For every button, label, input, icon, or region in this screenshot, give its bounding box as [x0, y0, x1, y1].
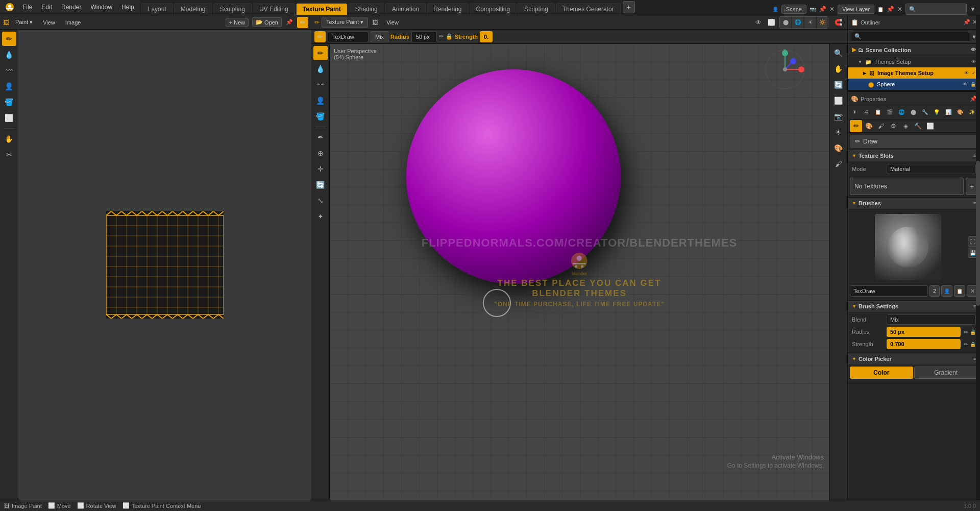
ie-crop-tool[interactable]: ✂ [2, 148, 16, 162]
prop-view-layer-icon[interactable]: 📋 [872, 106, 884, 117]
blend-selector-vp[interactable]: Mix [371, 31, 388, 42]
gradient-btn[interactable]: Gradient [914, 367, 978, 379]
viewport-xray-icon[interactable]: ⬜ [766, 18, 777, 27]
view-layer-selector[interactable]: View Layer [838, 5, 874, 14]
vp-clone-tool[interactable]: 👤 [313, 93, 328, 108]
paint-brushes-icon[interactable]: 🖌 [875, 120, 887, 132]
themes-setup-item[interactable]: ▼ 📁 Themes Setup 👁 [848, 56, 980, 67]
strength-val[interactable]: 0.700 [887, 339, 961, 349]
brushes-header[interactable]: ▼ Brushes ≡ [848, 198, 980, 209]
vp-pan[interactable]: ✋ [831, 62, 846, 76]
mode-value[interactable]: Material [887, 164, 976, 174]
vp-draw-tool[interactable]: ✏ [313, 46, 328, 60]
radius-lock-vp[interactable]: 🔒 [446, 33, 453, 40]
tab-shading[interactable]: Shading [349, 3, 384, 15]
tab-sculpting[interactable]: Sculpting [213, 3, 252, 15]
paint-workspace-icon[interactable]: ⬜ [924, 120, 936, 132]
snap-icon[interactable]: 🧲 [832, 18, 844, 27]
menu-edit[interactable]: Edit [37, 0, 56, 15]
strength-value-vp[interactable]: 0. [480, 31, 493, 42]
vp-paint-icons-2[interactable]: 🖌 [831, 157, 846, 171]
tab-layout[interactable]: Layout [141, 3, 173, 15]
vp-orbit[interactable]: 🔄 [831, 78, 846, 92]
status-image-paint[interactable]: 🖼 Image Paint [4, 503, 42, 509]
viewport-overlay-icon[interactable]: 👁 [753, 18, 764, 27]
tab-scripting[interactable]: Scripting [518, 3, 555, 15]
vp-fill-tool[interactable]: 🪣 [313, 109, 328, 124]
no-textures-slot[interactable]: No Textures [850, 178, 964, 195]
prop-modifier-icon[interactable]: 🔧 [919, 106, 930, 117]
vp3d-main-content[interactable]: User Perspective (54) Sphere [330, 44, 829, 500]
ie-fill-tool[interactable]: 🪣 [2, 95, 16, 109]
material-shade-btn[interactable]: 🌐 [792, 17, 803, 28]
brush-duplicate-icon[interactable]: 📋 [954, 285, 965, 297]
paint-settings-icon[interactable]: ⚙ [888, 120, 899, 132]
vp-scale-tool[interactable]: ⤡ [313, 193, 328, 208]
view-menu[interactable]: View [39, 17, 59, 28]
prop-scene-icon[interactable]: 🎬 [884, 106, 895, 117]
global-search[interactable]: 🔍 [905, 4, 967, 15]
solid-shade-btn[interactable]: ⬤ [780, 17, 791, 28]
vp-frame-all[interactable]: ⬜ [831, 93, 846, 108]
paint-mode-icon[interactable]: ✏ [850, 120, 862, 132]
view-layer-pin[interactable]: 📌 [887, 6, 894, 13]
radius-lock-prop[interactable]: 🔒 [970, 329, 976, 335]
ie-soften-tool[interactable]: 💧 [2, 47, 16, 62]
filter-btn[interactable]: ▼ [970, 6, 976, 13]
view-layer-close[interactable]: ✕ [897, 6, 902, 13]
radius-value-vp[interactable]: 50 px [411, 31, 437, 42]
new-btn[interactable]: + New [226, 18, 249, 27]
scene-selector[interactable]: Scene [781, 5, 806, 14]
prop-object-icon[interactable]: ⬤ [908, 106, 919, 117]
scene-pin[interactable]: 📌 [819, 6, 826, 13]
menu-help[interactable]: Help [117, 0, 138, 15]
strength-lock-prop[interactable]: 🔒 [970, 342, 976, 347]
sphere-eye-icon[interactable]: 👁 [963, 82, 967, 87]
status-context-menu[interactable]: ⬜ Texture Paint Context Menu [122, 502, 201, 509]
eevee-shade-btn[interactable]: 🔆 [817, 17, 828, 28]
tab-uv-editing[interactable]: UV Editing [253, 3, 295, 15]
img-hide-icon[interactable]: ✓ [972, 70, 976, 76]
texture-slots-header[interactable]: ▼ Texture Slots ≡ [848, 150, 980, 161]
blender-logo[interactable] [2, 0, 17, 15]
paint-texslots-icon[interactable]: 🎨 [863, 120, 874, 132]
color-picker-header[interactable]: ▼ Color Picker ≡ [848, 353, 980, 364]
ie-draw-tool[interactable]: ✏ [2, 32, 16, 46]
sphere-item[interactable]: ⬤ Sphere 👁 🔒 [848, 79, 980, 90]
vp-zoom-in[interactable]: 🔍 [831, 46, 846, 60]
tab-animation[interactable]: Animation [385, 3, 426, 15]
status-move[interactable]: ⬜ Move [48, 502, 71, 509]
paint-tool-icon[interactable]: 🔨 [912, 120, 923, 132]
vp-smear-tool[interactable]: 〰 [313, 78, 328, 92]
menu-file[interactable]: File [18, 0, 36, 15]
ie-clone-tool[interactable]: 👤 [2, 79, 16, 93]
brush-name-field[interactable]: TexDraw [850, 285, 928, 297]
tab-compositing[interactable]: Compositing [470, 3, 517, 15]
texture-paint-mode[interactable]: Texture Paint ▾ [322, 17, 368, 28]
prop-shading-icon[interactable]: 💡 [931, 106, 942, 117]
image-themes-setup-item[interactable]: ▶ 🖼 Image Themes Setup 👁 ✓ [848, 67, 980, 79]
vp-measure-tool[interactable]: ✒ [313, 130, 328, 144]
texdraw-name-vp[interactable]: TexDraw [328, 31, 369, 42]
sphere-lock-icon[interactable]: 🔒 [970, 82, 976, 87]
color-btn[interactable]: Color [850, 367, 913, 379]
themes-eye-icon[interactable]: 👁 [971, 59, 976, 64]
paint-symmetry-icon[interactable]: ◈ [900, 120, 911, 132]
radius-pen-icon[interactable]: ✏ [439, 33, 444, 40]
vp-paint-icons-1[interactable]: 🎨 [831, 141, 846, 155]
ie-smear-tool[interactable]: 〰 [2, 63, 16, 78]
vp-rotate-tool[interactable]: 🔄 [313, 178, 328, 192]
ie-erase-tool[interactable]: ⬜ [2, 111, 16, 125]
outliner-search-input[interactable]: 🔍 [851, 32, 969, 42]
tab-themes-generator[interactable]: Themes Generator [556, 3, 621, 15]
prop-material-icon[interactable]: 🎨 [954, 106, 966, 117]
vp-toggle-camera[interactable]: 📷 [831, 109, 846, 124]
draw-button[interactable]: ✏ Draw [850, 135, 978, 148]
tab-rendering[interactable]: Rendering [427, 3, 468, 15]
blend-value[interactable]: Mix [887, 314, 976, 325]
scene-collection-header[interactable]: ▶ 🗂 Scene Collection 👁 [848, 44, 980, 56]
prop-output-icon[interactable]: 🖨 [861, 106, 872, 117]
radius-pen-prop[interactable]: ✏ [964, 329, 968, 335]
viewport-view-menu[interactable]: View [382, 17, 403, 28]
tab-modeling[interactable]: Modeling [174, 3, 212, 15]
